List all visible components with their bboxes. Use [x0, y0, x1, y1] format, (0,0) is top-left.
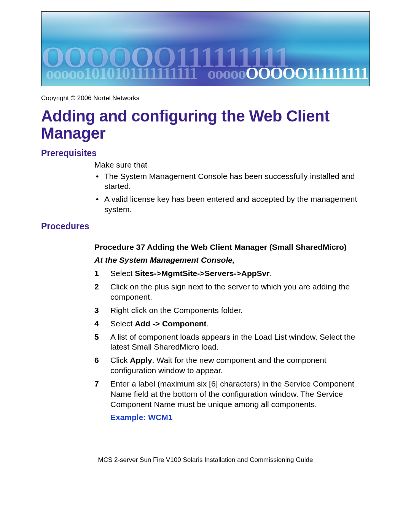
procedure-step: Right click on the Components folder.	[94, 305, 370, 316]
step-prefix: Click	[110, 356, 130, 364]
section-prerequisites-heading: Prerequisites	[41, 148, 370, 158]
document-page: OOOOOO111111111 ooooo1010101111111111 oo…	[0, 0, 411, 479]
step-prefix: Select	[110, 269, 135, 278]
page-footer: MCS 2-server Sun Fire V100 Solaris Insta…	[41, 456, 370, 464]
procedure-example: Example: WCM1	[110, 413, 370, 422]
step-plain: Right click on the Components folder.	[110, 306, 243, 315]
section-procedures-heading: Procedures	[41, 221, 370, 232]
procedure-step: Select Sites->MgmtSite->Servers->AppSvr.	[94, 268, 370, 279]
header-banner-image: OOOOOO111111111 ooooo1010101111111111 oo…	[41, 11, 370, 86]
procedure-block: Procedure 37 Adding the Web Client Manag…	[94, 242, 370, 422]
procedure-step: Select Add -> Component.	[94, 319, 370, 329]
step-bold: Sites->MgmtSite->Servers->AppSvr	[135, 269, 269, 278]
step-bold: Add -> Component	[135, 319, 206, 328]
procedure-step: Enter a label (maximum six [6] character…	[94, 379, 370, 410]
step-plain: Enter a label (maximum six [6] character…	[110, 379, 354, 409]
procedure-step: A list of component loads appears in the…	[94, 332, 370, 353]
step-bold: Apply	[130, 356, 152, 364]
procedure-context: At the System Management Console,	[94, 256, 370, 265]
procedure-title: Procedure 37 Adding the Web Client Manag…	[94, 242, 370, 252]
procedure-steps: Select Sites->MgmtSite->Servers->AppSvr.…	[94, 268, 370, 410]
procedure-step: Click on the plus sign next to the serve…	[94, 282, 370, 302]
prereq-item: The System Management Console has been s…	[94, 171, 370, 192]
procedure-step: Click Apply. Wait for the new component …	[94, 355, 370, 376]
prereq-list: The System Management Console has been s…	[94, 171, 370, 214]
step-plain: Click on the plus sign next to the serve…	[110, 282, 350, 301]
step-suffix: .	[269, 269, 272, 278]
copyright-text: Copyright © 2006 Nortel Networks	[41, 94, 370, 102]
step-suffix: .	[207, 319, 209, 328]
page-title: Adding and configuring the Web Client Ma…	[41, 107, 370, 142]
step-prefix: Select	[110, 319, 135, 328]
prereq-intro: Make sure that	[94, 160, 370, 170]
step-plain: A list of component loads appears in the…	[110, 332, 355, 351]
prereq-item: A valid license key has been entered and…	[94, 194, 370, 214]
